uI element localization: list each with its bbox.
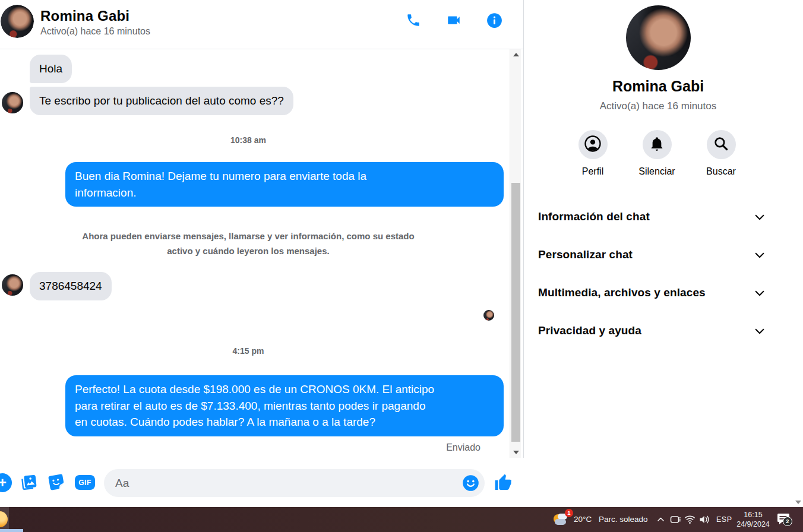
like-button[interactable]	[494, 473, 513, 495]
sent-message[interactable]: Buen dia Romina! Dejame tu numero para e…	[65, 162, 504, 207]
volume-icon[interactable]	[699, 515, 710, 527]
profile-action-button[interactable]: Perfil	[563, 130, 622, 177]
notification-count-badge: 2	[783, 517, 792, 526]
taskbar-clock[interactable]: 16:15 24/9/2024	[735, 510, 771, 530]
chat-header: Romina Gabi Activo(a) hace 16 minutos	[0, 0, 523, 49]
wifi-icon[interactable]	[684, 515, 695, 527]
message-input[interactable]	[104, 469, 485, 497]
video-camera-icon	[445, 12, 462, 30]
mute-action-label: Silenciar	[627, 166, 687, 177]
profile-avatar-large	[626, 5, 691, 70]
messenger-window: Romina Gabi Activo(a) hace 16 minutos	[0, 0, 803, 532]
sidebar-sections: Información del chat Personalizar chat M…	[524, 198, 792, 350]
sticker-button[interactable]	[47, 473, 66, 494]
weather-sun-cloud-icon	[552, 520, 570, 530]
chevron-down-icon	[753, 287, 766, 302]
sticker-icon	[47, 483, 66, 493]
chevron-down-icon	[753, 325, 766, 340]
chat-panel: Romina Gabi Activo(a) hace 16 minutos	[0, 0, 524, 507]
windows-taskbar: 1 20°C Parc. soleado ESP 16:15 24/9/2024	[0, 507, 803, 532]
weather-condition-label[interactable]: Parc. soleado	[599, 515, 648, 524]
gif-icon: GIF	[78, 479, 91, 487]
received-message[interactable]: Te escribo por tu publicacion del auto c…	[30, 87, 293, 115]
more-actions-button[interactable]: +	[0, 473, 12, 492]
info-icon	[486, 12, 502, 31]
profile-status: Activo(a) hace 16 minutos	[524, 100, 792, 112]
language-indicator[interactable]: ESP	[716, 515, 732, 524]
notification-center-button[interactable]: 2	[776, 512, 793, 528]
scroll-down-arrow[interactable]	[513, 451, 519, 454]
message-list: Hola Te escribo por tu publicacion del a…	[0, 49, 510, 458]
mute-action-button[interactable]: Silenciar	[627, 130, 687, 177]
plus-icon: +	[0, 474, 7, 491]
system-notice: Ahora pueden enviarse mensajes, llamarse…	[40, 229, 456, 258]
show-hidden-icons-button[interactable]	[656, 515, 665, 526]
scroll-up-arrow[interactable]	[513, 53, 519, 56]
taskbar-app-button[interactable]	[0, 507, 9, 532]
thumbs-up-icon	[494, 484, 513, 494]
sidebar-scroll-down-arrow[interactable]	[795, 501, 801, 504]
chat-contact-name: Romina Gabi	[40, 8, 129, 24]
profile-action-label: Perfil	[563, 166, 622, 177]
delivery-status: Enviado	[446, 442, 480, 453]
temperature-label[interactable]: 20°C	[574, 515, 592, 524]
sender-avatar	[2, 274, 23, 296]
bottom-edge-strip	[0, 529, 23, 532]
clock-date: 24/9/2024	[735, 520, 771, 529]
search-action-button[interactable]: Buscar	[691, 130, 751, 177]
conversation-info-button[interactable]	[486, 13, 502, 30]
gif-button[interactable]: GIF	[75, 475, 95, 490]
tray-device-icon[interactable]	[670, 515, 681, 527]
section-chat-info[interactable]: Información del chat	[524, 198, 792, 236]
conversation-sidebar: Romina Gabi Activo(a) hace 16 minutos Pe…	[524, 0, 803, 507]
section-customize-chat[interactable]: Personalizar chat	[524, 236, 792, 274]
chat-scrollbar[interactable]	[510, 49, 521, 458]
phone-icon	[406, 12, 421, 30]
chevron-down-icon	[753, 211, 766, 226]
section-label: Personalizar chat	[538, 248, 633, 261]
section-label: Privacidad y ayuda	[538, 324, 641, 337]
timestamp-divider: 4:15 pm	[40, 346, 456, 356]
video-call-button[interactable]	[445, 13, 462, 30]
attach-photo-button[interactable]	[20, 473, 38, 494]
section-label: Multimedia, archivos y enlaces	[538, 286, 706, 299]
sent-message[interactable]: Perfecto! La cuota desde $198.000 es de …	[65, 375, 504, 436]
profile-icon	[584, 135, 602, 155]
chat-header-avatar[interactable]	[1, 5, 34, 38]
message-input-container	[104, 469, 485, 497]
profile-name: Romina Gabi	[524, 78, 792, 95]
contact-photo	[1, 5, 34, 38]
photo-icon	[20, 483, 38, 493]
seen-indicator-avatar	[483, 310, 494, 321]
received-message[interactable]: 3786458424	[30, 272, 112, 300]
sender-avatar	[2, 92, 23, 113]
received-message[interactable]: Hola	[30, 55, 72, 83]
section-media-files-links[interactable]: Multimedia, archivos y enlaces	[524, 274, 792, 312]
chevron-down-icon	[753, 249, 766, 264]
clock-time: 16:15	[735, 510, 771, 520]
section-privacy-help[interactable]: Privacidad y ayuda	[524, 312, 792, 350]
search-action-label: Buscar	[691, 166, 751, 177]
message-composer: + GIF	[0, 458, 524, 507]
bell-icon	[649, 135, 665, 154]
chat-contact-status: Activo(a) hace 16 minutos	[40, 26, 150, 37]
chevron-up-icon	[656, 515, 665, 525]
weather-widget[interactable]: 1	[552, 511, 570, 528]
weather-alert-badge: 1	[565, 509, 573, 517]
timestamp-divider: 10:38 am	[40, 135, 456, 145]
app-icon	[0, 511, 8, 527]
section-label: Información del chat	[538, 210, 650, 223]
voice-call-button[interactable]	[405, 13, 422, 30]
search-icon	[713, 135, 729, 154]
chat-scrollbar-thumb[interactable]	[511, 183, 520, 442]
smiley-icon	[462, 483, 479, 493]
emoji-button[interactable]	[462, 474, 479, 492]
